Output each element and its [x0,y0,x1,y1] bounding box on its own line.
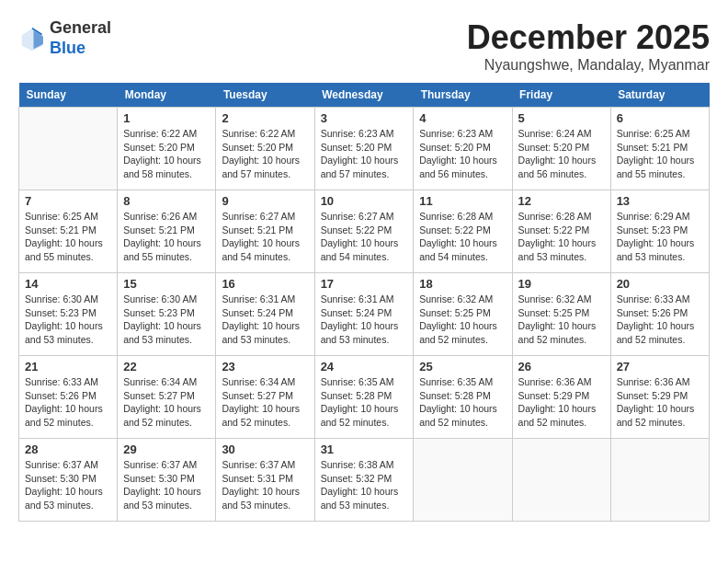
day-cell: 17Sunrise: 6:31 AM Sunset: 5:24 PM Dayli… [314,273,414,356]
day-info: Sunrise: 6:35 AM Sunset: 5:28 PM Dayligh… [321,375,408,430]
day-cell: 11Sunrise: 6:28 AM Sunset: 5:22 PM Dayli… [414,190,512,273]
day-cell: 27Sunrise: 6:36 AM Sunset: 5:29 PM Dayli… [610,356,709,439]
day-number: 29 [123,442,210,456]
day-cell: 4Sunrise: 6:23 AM Sunset: 5:20 PM Daylig… [414,108,512,190]
day-info: Sunrise: 6:23 AM Sunset: 5:20 PM Dayligh… [419,127,506,181]
week-row: 14Sunrise: 6:30 AM Sunset: 5:23 PM Dayli… [19,273,710,356]
day-cell: 14Sunrise: 6:30 AM Sunset: 5:23 PM Dayli… [19,273,118,356]
logo-icon [18,25,46,52]
day-info: Sunrise: 6:25 AM Sunset: 5:21 PM Dayligh… [25,210,111,264]
day-number: 13 [617,194,703,208]
month-title: December 2025 [467,18,710,57]
day-info: Sunrise: 6:27 AM Sunset: 5:21 PM Dayligh… [222,210,308,264]
day-cell: 30Sunrise: 6:37 AM Sunset: 5:31 PM Dayli… [216,439,314,522]
day-cell: 1Sunrise: 6:22 AM Sunset: 5:20 PM Daylig… [118,108,216,190]
week-row: 28Sunrise: 6:37 AM Sunset: 5:30 PM Dayli… [19,439,710,522]
day-info: Sunrise: 6:37 AM Sunset: 5:30 PM Dayligh… [25,458,111,512]
day-cell: 2Sunrise: 6:22 AM Sunset: 5:20 PM Daylig… [216,108,314,190]
calendar-header-row: SundayMondayTuesdayWednesdayThursdayFrid… [19,83,710,108]
day-cell: 10Sunrise: 6:27 AM Sunset: 5:22 PM Dayli… [314,190,414,273]
title-section: December 2025 Nyaungshwe, Mandalay, Myan… [467,18,710,74]
day-info: Sunrise: 6:32 AM Sunset: 5:25 PM Dayligh… [518,293,605,347]
day-number: 4 [419,111,506,125]
day-cell: 16Sunrise: 6:31 AM Sunset: 5:24 PM Dayli… [216,273,314,356]
day-info: Sunrise: 6:31 AM Sunset: 5:24 PM Dayligh… [321,293,408,347]
day-cell: 12Sunrise: 6:28 AM Sunset: 5:22 PM Dayli… [512,190,610,273]
day-number: 9 [222,194,308,208]
location: Nyaungshwe, Mandalay, Myanmar [467,57,710,74]
day-cell: 6Sunrise: 6:25 AM Sunset: 5:21 PM Daylig… [610,108,709,190]
day-number: 10 [321,194,408,208]
day-info: Sunrise: 6:37 AM Sunset: 5:31 PM Dayligh… [222,458,308,512]
day-number: 30 [222,442,308,456]
day-cell: 8Sunrise: 6:26 AM Sunset: 5:21 PM Daylig… [118,190,216,273]
day-info: Sunrise: 6:38 AM Sunset: 5:32 PM Dayligh… [321,458,408,512]
day-info: Sunrise: 6:29 AM Sunset: 5:23 PM Dayligh… [617,210,703,264]
day-number: 5 [518,111,605,125]
day-number: 19 [518,277,605,291]
day-cell: 31Sunrise: 6:38 AM Sunset: 5:32 PM Dayli… [314,439,414,522]
day-number: 20 [617,277,703,291]
week-row: 7Sunrise: 6:25 AM Sunset: 5:21 PM Daylig… [19,190,710,273]
day-info: Sunrise: 6:32 AM Sunset: 5:25 PM Dayligh… [419,293,506,347]
calendar-table: SundayMondayTuesdayWednesdayThursdayFrid… [18,83,710,522]
day-number: 15 [123,277,210,291]
day-cell: 29Sunrise: 6:37 AM Sunset: 5:30 PM Dayli… [118,439,216,522]
day-number: 8 [123,194,210,208]
day-number: 3 [321,111,408,125]
day-of-week-header: Thursday [414,83,512,108]
day-number: 27 [617,360,703,373]
day-info: Sunrise: 6:27 AM Sunset: 5:22 PM Dayligh… [321,210,408,264]
day-number: 6 [617,111,703,125]
day-cell: 18Sunrise: 6:32 AM Sunset: 5:25 PM Dayli… [414,273,512,356]
day-info: Sunrise: 6:33 AM Sunset: 5:26 PM Dayligh… [617,293,703,347]
day-cell: 24Sunrise: 6:35 AM Sunset: 5:28 PM Dayli… [314,356,414,439]
day-number: 21 [25,360,111,373]
day-info: Sunrise: 6:23 AM Sunset: 5:20 PM Dayligh… [321,127,408,181]
empty-cell [414,439,512,522]
day-cell: 19Sunrise: 6:32 AM Sunset: 5:25 PM Dayli… [512,273,610,356]
day-cell: 15Sunrise: 6:30 AM Sunset: 5:23 PM Dayli… [118,273,216,356]
day-cell: 28Sunrise: 6:37 AM Sunset: 5:30 PM Dayli… [19,439,118,522]
day-number: 16 [222,277,308,291]
day-cell: 3Sunrise: 6:23 AM Sunset: 5:20 PM Daylig… [314,108,414,190]
logo: General Blue [18,18,111,58]
day-number: 24 [321,360,408,373]
day-of-week-header: Tuesday [216,83,314,108]
day-number: 12 [518,194,605,208]
empty-cell [610,439,709,522]
day-of-week-header: Friday [512,83,610,108]
logo-text: General Blue [50,18,111,58]
empty-cell [19,108,118,190]
day-info: Sunrise: 6:28 AM Sunset: 5:22 PM Dayligh… [419,210,506,264]
day-info: Sunrise: 6:30 AM Sunset: 5:23 PM Dayligh… [123,293,210,347]
day-of-week-header: Monday [118,83,216,108]
day-cell: 13Sunrise: 6:29 AM Sunset: 5:23 PM Dayli… [610,190,709,273]
day-number: 22 [123,360,210,373]
day-info: Sunrise: 6:22 AM Sunset: 5:20 PM Dayligh… [222,127,308,181]
week-row: 1Sunrise: 6:22 AM Sunset: 5:20 PM Daylig… [19,108,710,190]
day-number: 25 [419,360,506,373]
day-number: 18 [419,277,506,291]
day-info: Sunrise: 6:31 AM Sunset: 5:24 PM Dayligh… [222,293,308,347]
day-cell: 26Sunrise: 6:36 AM Sunset: 5:29 PM Dayli… [512,356,610,439]
day-info: Sunrise: 6:28 AM Sunset: 5:22 PM Dayligh… [518,210,605,264]
day-info: Sunrise: 6:22 AM Sunset: 5:20 PM Dayligh… [123,127,210,181]
day-number: 28 [25,442,111,456]
day-cell: 21Sunrise: 6:33 AM Sunset: 5:26 PM Dayli… [19,356,118,439]
day-number: 17 [321,277,408,291]
day-number: 26 [518,360,605,373]
day-number: 1 [123,111,210,125]
day-cell: 5Sunrise: 6:24 AM Sunset: 5:20 PM Daylig… [512,108,610,190]
day-of-week-header: Saturday [610,83,709,108]
day-cell: 22Sunrise: 6:34 AM Sunset: 5:27 PM Dayli… [118,356,216,439]
day-of-week-header: Wednesday [314,83,414,108]
page-header: General Blue December 2025 Nyaungshwe, M… [18,18,710,74]
day-info: Sunrise: 6:25 AM Sunset: 5:21 PM Dayligh… [617,127,703,181]
day-cell: 7Sunrise: 6:25 AM Sunset: 5:21 PM Daylig… [19,190,118,273]
day-info: Sunrise: 6:33 AM Sunset: 5:26 PM Dayligh… [25,375,111,430]
day-cell: 9Sunrise: 6:27 AM Sunset: 5:21 PM Daylig… [216,190,314,273]
day-info: Sunrise: 6:24 AM Sunset: 5:20 PM Dayligh… [518,127,605,181]
day-number: 23 [222,360,308,373]
day-info: Sunrise: 6:35 AM Sunset: 5:28 PM Dayligh… [419,375,506,430]
